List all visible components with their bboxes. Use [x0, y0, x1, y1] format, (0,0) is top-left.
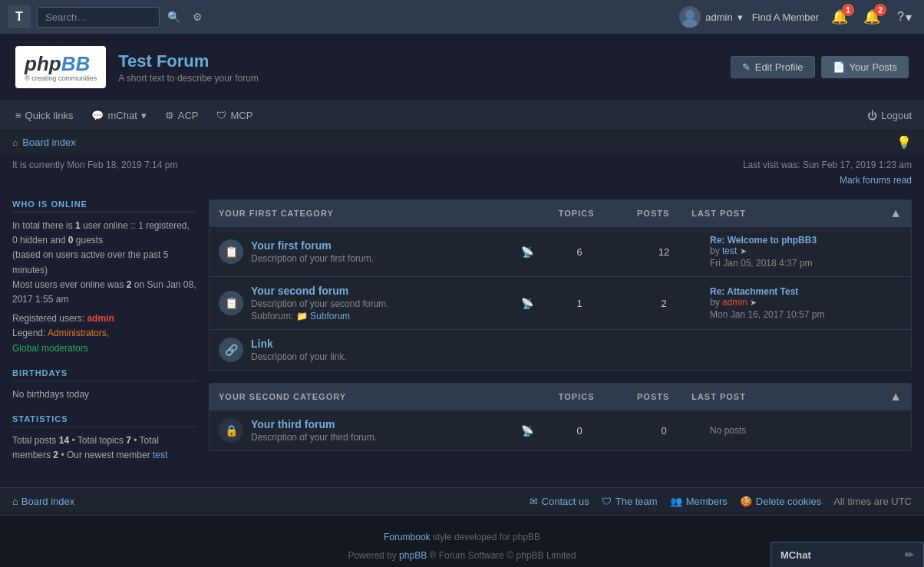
last-post-title-1: Re: Welcome to phpBB3 [710, 235, 817, 246]
phpbb-logo: phpBB ® creating communities [15, 46, 106, 88]
last-post-time-2: Mon Jan 16, 2017 10:57 pm [710, 309, 902, 320]
subforum-link-2[interactable]: 📁 Subforum [296, 311, 350, 321]
forum-description: A short text to describe your forum [118, 73, 259, 84]
view-post-icon-1[interactable]: ➤ [740, 246, 747, 255]
your-posts-button[interactable]: 📄 Your Posts [821, 56, 909, 78]
advanced-search-button[interactable]: ⚙ [188, 8, 207, 26]
online-guests: 0 [68, 235, 74, 246]
timezone-text: All times are UTC [833, 496, 912, 507]
your-posts-label: Your Posts [850, 61, 897, 73]
avatar [679, 6, 701, 28]
forum-topics-3: 0 [541, 425, 618, 437]
online-text1: In total there is [12, 220, 73, 231]
board-index-footer-link[interactable]: Board index [21, 496, 74, 507]
the-team-link[interactable]: 🛡 The team [602, 496, 658, 507]
statistics-section: STATISTICS Total posts 14 • Total topics… [12, 414, 196, 463]
lock-icon: 🔒 [225, 424, 238, 437]
last-post-link-2[interactable]: Re: Attachment Test [710, 286, 798, 297]
forum-name-link-1[interactable]: Your first forum [251, 239, 332, 252]
mchat-menu[interactable]: 💬 mChat ▾ [88, 110, 149, 121]
view-post-icon-2[interactable]: ➤ [750, 298, 757, 307]
board-index-link[interactable]: Board index [22, 137, 75, 148]
contact-us-link[interactable]: ✉ Contact us [530, 496, 589, 507]
forum-name-link-3[interactable]: Your third forum [251, 418, 335, 430]
footer-left: ⌂ Board index [12, 496, 74, 507]
forum-status-icon-1: 📋 [219, 239, 243, 264]
search-wrapper: 🔍 ⚙ [37, 7, 207, 28]
header-actions: ✎ Edit Profile 📄 Your Posts [731, 56, 909, 78]
online-text: In total there is 1 user online :: 1 reg… [12, 219, 196, 307]
forumbook-link[interactable]: Forumbook [384, 532, 431, 542]
members-link[interactable]: 👥 Members [670, 496, 728, 507]
col-lastpost-2: LAST POST [691, 392, 883, 401]
acp-link[interactable]: ⚙ ACP [162, 110, 202, 121]
category-1-header: YOUR FIRST CATEGORY TOPICS POSTS LAST PO… [210, 200, 911, 226]
newest-member-link[interactable]: test [153, 450, 167, 460]
quick-links-menu[interactable]: ≡ Quick links [12, 110, 76, 121]
collapse-category-2-icon[interactable]: ▲ [889, 390, 902, 404]
gear-icon: ⚙ [165, 110, 174, 121]
phpbb-link[interactable]: phpBB [399, 550, 427, 561]
total-topics: 7 [126, 435, 131, 446]
link-icon: 🔗 [225, 344, 238, 356]
phpbb-text: ® Forum Software © phpBB Limited [429, 550, 576, 561]
shield-icon-footer: 🛡 [602, 496, 612, 507]
the-team-label: The team [615, 496, 658, 507]
notifications-button-2[interactable]: 🔔 2 [860, 5, 883, 28]
delete-cookies-link[interactable]: 🍪 Delete cookies [740, 496, 821, 507]
mchat-header: MChat ✏ [771, 542, 923, 567]
search-input[interactable] [37, 7, 160, 28]
link-name-link[interactable]: Link [251, 338, 273, 350]
mark-forums-read-link[interactable]: Mark forums read [0, 173, 924, 187]
chevron-down-icon-help: ▾ [906, 10, 912, 25]
col-topics-1: TOPICS [538, 209, 615, 218]
last-post-link-1[interactable]: Re: Welcome to phpBB3 [710, 235, 817, 246]
logo-tagline: ® creating communities [25, 74, 97, 82]
online-count: 1 [75, 220, 81, 231]
feed-icon-2[interactable]: 📡 [521, 298, 533, 309]
collapse-category-1-icon[interactable]: ▲ [889, 206, 902, 220]
stats-sep3: • Our newest member [61, 450, 150, 460]
mchat-title: MChat [780, 549, 811, 561]
mchat-edit-icon[interactable]: ✏ [905, 549, 914, 561]
delete-cookies-label: Delete cookies [756, 496, 821, 507]
most-online-count: 2 [127, 279, 132, 290]
notification-badge-2: 2 [874, 4, 886, 16]
forum-posts-3: 0 [625, 425, 702, 437]
legend-text: Legend: Administrators, Global moderator… [12, 326, 196, 355]
search-submit-button[interactable]: 🔍 [163, 8, 185, 26]
breadcrumb-bar: ⌂ Board index 💡 [0, 130, 924, 155]
mcp-label: MCP [230, 110, 252, 121]
legend-label: Legend: [12, 328, 45, 338]
legend-comma: , [107, 328, 109, 338]
home-icon: ⌂ [12, 137, 18, 148]
footer-right: ✉ Contact us 🛡 The team 👥 Members 🍪 Dele… [530, 496, 912, 507]
forum-posts-2: 2 [625, 298, 702, 309]
last-post-user-link-1[interactable]: test [722, 246, 737, 256]
mcp-link[interactable]: 🛡 MCP [213, 110, 256, 121]
link-desc: Description of your link. [251, 351, 902, 362]
last-post-user-link-2[interactable]: admin [722, 297, 747, 308]
forum-info-2: Your second forum Description of your se… [251, 285, 509, 321]
admin-user-menu[interactable]: admin ▾ [679, 6, 742, 28]
forum-info-1: Your first forum Description of your fir… [251, 239, 509, 264]
svg-point-1 [682, 19, 698, 28]
forum-name-link-2[interactable]: Your second forum [251, 285, 348, 297]
acp-label: ACP [178, 110, 199, 121]
feed-icon-1[interactable]: 📡 [521, 246, 533, 258]
edit-icon: ✎ [742, 61, 751, 73]
logout-button[interactable]: ⏻ Logout [867, 110, 912, 121]
chevron-mchat: ▾ [141, 110, 147, 121]
admin-username: admin [705, 12, 732, 23]
cookie-icon: 🍪 [740, 496, 752, 507]
edit-profile-button[interactable]: ✎ Edit Profile [731, 56, 815, 78]
notifications-button-1[interactable]: 🔔 1 [828, 5, 851, 28]
find-member-link[interactable]: Find A Member [752, 12, 819, 23]
help-button[interactable]: ? ▾ [893, 7, 916, 28]
current-time-text: It is currently Mon Feb 18, 2019 7:14 pm [12, 160, 177, 170]
contact-us-label: Contact us [542, 496, 589, 507]
forum-brand: phpBB ® creating communities Test Forum … [15, 46, 259, 88]
category-2-title: YOUR SECOND CATEGORY [219, 392, 532, 401]
edit-profile-label: Edit Profile [755, 61, 804, 73]
feed-icon-3[interactable]: 📡 [521, 425, 533, 437]
